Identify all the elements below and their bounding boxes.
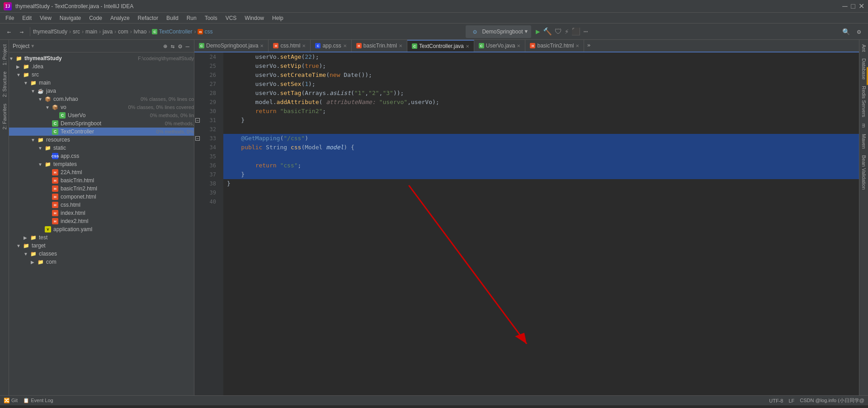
tab-basictrin[interactable]: H basicTrin.html ✕ bbox=[352, 40, 407, 52]
tab-textcontroller[interactable]: C TextController.java ✕ bbox=[407, 40, 474, 52]
tab-close-csshtml[interactable]: ✕ bbox=[302, 43, 306, 48]
run-button[interactable]: ▶ bbox=[536, 27, 540, 36]
breadcrumb-lvhao[interactable]: lvhao bbox=[134, 28, 147, 35]
tree-item-com-lvhao[interactable]: ▼ 📦 com.lvhao 0% classes, 0% lines co bbox=[9, 95, 194, 103]
menu-help[interactable]: Help bbox=[269, 14, 287, 22]
tree-item-basictrin2[interactable]: ▶ H basicTrin2.html bbox=[9, 185, 194, 193]
tree-item-componet[interactable]: ▶ H componet.html bbox=[9, 193, 194, 201]
breadcrumb-class[interactable]: C TextController bbox=[152, 28, 192, 35]
tree-item-main[interactable]: ▼ 📁 main bbox=[9, 79, 194, 87]
menu-analyze[interactable]: Analyze bbox=[107, 14, 133, 22]
tab-close-basictrin2[interactable]: ✕ bbox=[576, 43, 579, 48]
tab-csshtml[interactable]: H css.html ✕ bbox=[269, 40, 311, 52]
tab-close-basictrin[interactable]: ✕ bbox=[399, 43, 402, 48]
breadcrumb-main[interactable]: main bbox=[85, 28, 97, 35]
search-everywhere-button[interactable]: 🔍 bbox=[841, 26, 852, 37]
tab-close-textcontroller[interactable]: ✕ bbox=[466, 44, 469, 49]
project-dropdown-arrow[interactable]: ▼ bbox=[31, 43, 34, 48]
menu-window[interactable]: Window bbox=[241, 14, 268, 22]
menu-run[interactable]: Run bbox=[183, 14, 200, 22]
coverage-button[interactable]: 🛡 bbox=[555, 27, 562, 36]
tree-item-templates[interactable]: ▼ 📁 templates bbox=[9, 160, 194, 168]
menu-vcs[interactable]: VCS bbox=[222, 14, 241, 22]
tree-item-index[interactable]: ▶ H index.html bbox=[9, 209, 194, 217]
tree-item-vo[interactable]: ▼ 📦 vo 0% classes, 0% lines covered bbox=[9, 103, 194, 111]
breadcrumb-method[interactable]: m css bbox=[198, 28, 212, 35]
code-content[interactable]: userVo.setAge(22); userVo.setVip(true); … bbox=[223, 52, 859, 395]
menu-build[interactable]: Build bbox=[163, 14, 182, 22]
maximize-button[interactable]: □ bbox=[850, 3, 856, 9]
tab-close-uservo[interactable]: ✕ bbox=[517, 43, 520, 48]
tree-item-basictrin[interactable]: ▶ H basicTrin.html bbox=[9, 176, 194, 185]
breadcrumb-src[interactable]: src bbox=[73, 28, 80, 35]
tab-uservo[interactable]: C UserVo.java ✕ bbox=[474, 40, 526, 52]
tree-item-22a[interactable]: ▶ H 22A.html bbox=[9, 168, 194, 176]
tab-appcss[interactable]: C app.css ✕ bbox=[311, 40, 351, 52]
settings-button[interactable]: ⚙ bbox=[854, 26, 864, 37]
right-tab-redis[interactable]: Redis Servers bbox=[860, 83, 868, 120]
status-line-sep[interactable]: LF bbox=[788, 398, 794, 403]
tree-item-com-classes[interactable]: ▶ 📁 com bbox=[9, 258, 194, 266]
window-controls[interactable]: ─ □ ✕ bbox=[842, 3, 864, 9]
collapse-button[interactable]: ⇆ bbox=[170, 42, 175, 51]
profile-button[interactable]: ⚡ bbox=[565, 27, 569, 36]
build-button[interactable]: 🔨 bbox=[543, 27, 552, 36]
menu-tools[interactable]: Tools bbox=[201, 14, 221, 22]
tree-item-csshtml[interactable]: ▶ H css.html bbox=[9, 201, 194, 209]
tree-item-src[interactable]: ▼ 📁 src bbox=[9, 71, 194, 79]
run-config-dropdown[interactable]: ▼ bbox=[524, 28, 528, 34]
left-tab-project[interactable]: 1: Project bbox=[1, 42, 8, 68]
tab-close-demospringboot[interactable]: ✕ bbox=[260, 43, 264, 48]
menu-view[interactable]: View bbox=[36, 14, 55, 22]
menu-edit[interactable]: Edit bbox=[19, 14, 35, 22]
minimize-button[interactable]: ─ bbox=[842, 3, 848, 9]
tree-item-yaml[interactable]: ▶ Y application.yaml bbox=[9, 225, 194, 233]
status-encoding[interactable]: UTF-8 bbox=[769, 398, 783, 403]
tree-item-java[interactable]: ▼ ☕ java bbox=[9, 87, 194, 95]
left-tab-favorites[interactable]: 2: Favorites bbox=[1, 101, 8, 132]
tab-basictrin2[interactable]: H basicTrin2.html ✕ bbox=[525, 40, 584, 52]
left-tab-structure[interactable]: 2: Structure bbox=[1, 69, 8, 100]
menu-navigate[interactable]: Navigate bbox=[56, 14, 85, 22]
stop-button[interactable]: ⬛ bbox=[571, 27, 580, 36]
tree-item-resources[interactable]: ▼ 📁 resources bbox=[9, 136, 194, 144]
breadcrumb-java[interactable]: java bbox=[103, 28, 113, 35]
breadcrumb-com[interactable]: com bbox=[118, 28, 128, 35]
code-editor[interactable]: − − 24 25 26 27 28 29 30 31 32 33 34 bbox=[194, 52, 859, 395]
run-configuration[interactable]: ⚙ DemoSpringboot ▼ bbox=[466, 25, 531, 38]
tree-item-index2[interactable]: ▶ H index2.html bbox=[9, 217, 194, 225]
more-run-button[interactable]: ⋯ bbox=[583, 27, 588, 36]
menu-refactor[interactable]: Refactor bbox=[134, 14, 162, 22]
menu-file[interactable]: File bbox=[2, 14, 18, 22]
breadcrumb-project[interactable]: thymealfStudy bbox=[33, 28, 67, 35]
tree-item-idea[interactable]: ▶ 📁 .idea bbox=[9, 62, 194, 71]
fold-arrow-31[interactable]: − bbox=[195, 118, 200, 123]
menu-code[interactable]: Code bbox=[85, 14, 106, 22]
forward-button[interactable]: → bbox=[16, 26, 27, 37]
tree-item-demospringboot[interactable]: ▶ C DemoSpringboot 0% methods, bbox=[9, 119, 194, 128]
right-tab-bean[interactable]: Bean Validation bbox=[860, 152, 868, 192]
tab-close-appcss[interactable]: ✕ bbox=[343, 43, 347, 48]
fold-arrow-33[interactable]: − bbox=[195, 136, 200, 141]
tree-item-test[interactable]: ▶ 📁 test bbox=[9, 233, 194, 242]
right-tab-m[interactable]: m bbox=[860, 121, 868, 130]
close-button[interactable]: ✕ bbox=[858, 3, 864, 9]
right-tab-ant[interactable]: Ant bbox=[860, 42, 868, 55]
status-vcs[interactable]: 🔀 Git bbox=[4, 398, 18, 403]
project-close-button[interactable]: — bbox=[185, 42, 190, 51]
tree-item-root[interactable]: ▼ 📁 thymealfStudy F:\codeing\thymealfStu… bbox=[9, 54, 194, 62]
tree-item-textcontroller[interactable]: ▶ C TextController 0% methods, 0% bbox=[9, 128, 194, 136]
right-tab-maven[interactable]: Maven bbox=[860, 131, 868, 152]
tree-item-static[interactable]: ▼ 📁 static bbox=[9, 144, 194, 152]
status-event-log[interactable]: 📋 Event Log bbox=[23, 398, 53, 403]
tree-item-target[interactable]: ▼ 📁 target bbox=[9, 242, 194, 250]
config-icon[interactable]: ⚙ bbox=[469, 26, 480, 37]
project-settings-button[interactable]: ⚙ bbox=[177, 42, 183, 51]
tab-more-button[interactable]: » bbox=[584, 40, 593, 52]
tab-demospringboot[interactable]: C DemoSpringboot.java ✕ bbox=[194, 40, 269, 52]
tree-item-appcss[interactable]: ▶ CSS app.css bbox=[9, 152, 194, 160]
back-button[interactable]: ← bbox=[4, 26, 14, 37]
locate-button[interactable]: ⊕ bbox=[162, 42, 168, 51]
tree-item-classes[interactable]: ▼ 📁 classes bbox=[9, 250, 194, 258]
tree-item-uservo[interactable]: ▶ C UserVo 0% methods, 0% lin bbox=[9, 111, 194, 119]
